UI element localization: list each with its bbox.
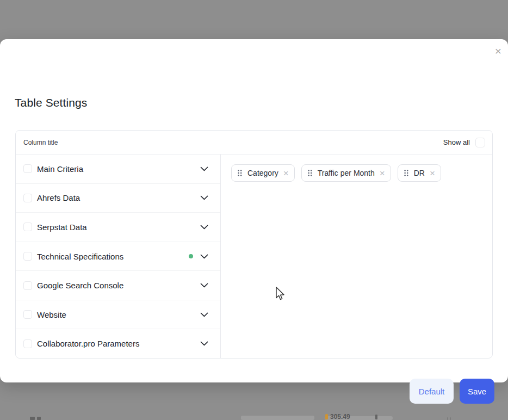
- background-clipped-text-fragment: [30, 417, 35, 420]
- chevron-down-icon[interactable]: [200, 341, 208, 346]
- chip-label: Category: [247, 169, 278, 177]
- checkbox[interactable]: [23, 281, 32, 290]
- remove-icon[interactable]: ×: [430, 169, 435, 178]
- drag-handle-icon[interactable]: [308, 170, 312, 176]
- chip-label: Traffic per Month: [318, 169, 375, 177]
- chevron-down-icon[interactable]: [200, 312, 208, 317]
- category-label: Google Search Console: [37, 281, 123, 290]
- flame-icon: [325, 414, 328, 419]
- background-clipped-text-fragment: [37, 417, 41, 420]
- default-button[interactable]: Default: [410, 379, 454, 404]
- panel-header: Column title Show all: [16, 131, 492, 155]
- category-row-main-criteria[interactable]: Main Criteria: [16, 155, 220, 184]
- selected-columns-area: Category × Traffic per Month × DR ×: [221, 155, 492, 358]
- chip-category[interactable]: Category ×: [231, 164, 295, 182]
- background-clipped-text-fragment: [447, 417, 448, 420]
- category-row-ahrefs-data[interactable]: Ahrefs Data: [16, 184, 220, 213]
- panel-body: Main Criteria Ahrefs Data: [16, 155, 492, 358]
- category-row-collaborator-pro-parameters[interactable]: Collaborator.pro Parameters: [16, 329, 220, 358]
- status-dot: [189, 254, 193, 258]
- category-row-technical-specifications[interactable]: Technical Specifications: [16, 242, 220, 271]
- chevron-down-icon[interactable]: [200, 254, 208, 259]
- checkbox[interactable]: [23, 223, 32, 231]
- checkbox[interactable]: [23, 252, 32, 261]
- chevron-down-icon[interactable]: [200, 225, 208, 230]
- show-all-label: Show all: [443, 138, 470, 146]
- category-label: Serpstat Data: [37, 223, 87, 232]
- columns-panel: Column title Show all Main Criteria: [15, 130, 493, 359]
- selected-columns-chips: Category × Traffic per Month × DR ×: [231, 164, 482, 182]
- checkbox[interactable]: [23, 194, 32, 202]
- category-row-website[interactable]: Website: [16, 300, 220, 330]
- background-metric-fragment: 305.49: [325, 413, 350, 420]
- category-list: Main Criteria Ahrefs Data: [16, 155, 221, 358]
- category-label: Collaborator.pro Parameters: [37, 339, 139, 348]
- category-label: Website: [37, 310, 66, 319]
- background-skeleton-bar: [241, 416, 314, 420]
- screen: 305.49 Table Settings Column title Show …: [0, 0, 508, 420]
- checkbox[interactable]: [23, 164, 32, 173]
- category-label: Technical Specifications: [37, 252, 123, 261]
- column-title-label: Column title: [23, 139, 58, 146]
- remove-icon[interactable]: ×: [380, 169, 385, 178]
- checkbox[interactable]: [23, 339, 32, 348]
- chip-traffic-per-month[interactable]: Traffic per Month ×: [301, 164, 391, 182]
- metric-value: 305.49: [330, 413, 350, 420]
- category-label: Main Criteria: [37, 164, 83, 174]
- save-button[interactable]: Save: [460, 379, 494, 404]
- category-row-serpstat-data[interactable]: Serpstat Data: [16, 213, 220, 242]
- close-icon[interactable]: ×: [491, 44, 505, 58]
- page-title: Table Settings: [15, 96, 87, 109]
- show-all-checkbox[interactable]: [475, 138, 485, 147]
- remove-icon[interactable]: ×: [283, 169, 289, 178]
- chip-dr[interactable]: DR ×: [398, 164, 441, 182]
- chevron-down-icon[interactable]: [200, 166, 208, 171]
- background-clipped-text-fragment: [450, 417, 451, 420]
- drag-handle-icon[interactable]: [238, 170, 242, 176]
- checkbox[interactable]: [23, 310, 32, 319]
- chip-label: DR: [414, 169, 425, 177]
- background-clipped-text-fragment: [375, 415, 377, 419]
- category-label: Ahrefs Data: [37, 193, 80, 202]
- chevron-down-icon[interactable]: [200, 283, 208, 288]
- chevron-down-icon[interactable]: [200, 195, 208, 200]
- category-row-google-search-console[interactable]: Google Search Console: [16, 271, 220, 300]
- table-settings-modal: Table Settings Column title Show all Mai…: [0, 39, 508, 382]
- drag-handle-icon[interactable]: [404, 170, 408, 176]
